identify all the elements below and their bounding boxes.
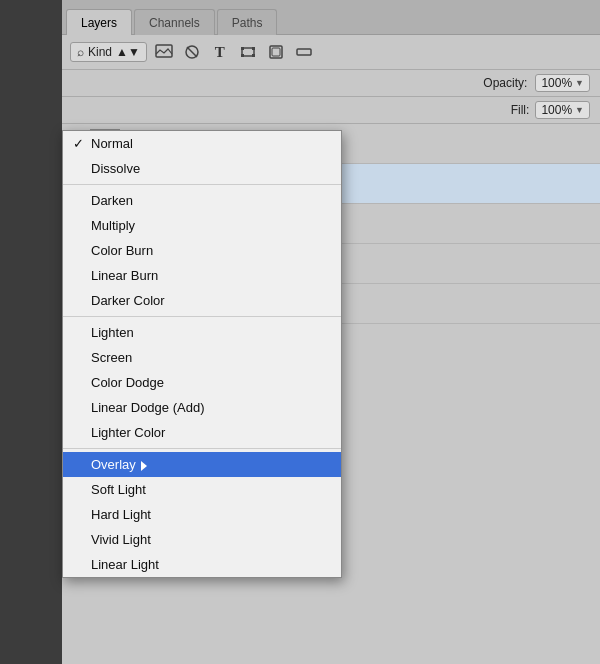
search-icon: ⌕ (77, 45, 84, 59)
fill-input[interactable]: 100% ▼ (535, 101, 590, 119)
blend-mode-hard-light[interactable]: Hard Light (63, 502, 341, 527)
tab-bar: Layers Channels Paths (62, 0, 600, 35)
blend-mode-linear-burn[interactable]: Linear Burn (63, 263, 341, 288)
blend-mode-color-burn[interactable]: Color Burn (63, 238, 341, 263)
toolbar: ⌕ Kind ▲▼ T (62, 35, 600, 70)
smart-object-icon[interactable] (265, 41, 287, 63)
tab-channels[interactable]: Channels (134, 9, 215, 35)
blend-mode-vivid-light[interactable]: Vivid Light (63, 527, 341, 552)
blend-mode-linear-dodge[interactable]: Linear Dodge (Add) (63, 395, 341, 420)
svg-rect-4 (241, 47, 244, 50)
adjustment-icon[interactable] (293, 41, 315, 63)
separator (63, 184, 341, 185)
image-filter-icon[interactable] (153, 41, 175, 63)
blend-mode-dropdown[interactable]: Normal Dissolve Darken Multiply Color Bu… (62, 130, 342, 578)
blend-mode-darker-color[interactable]: Darker Color (63, 288, 341, 313)
blend-mode-darken[interactable]: Darken (63, 188, 341, 213)
blend-mode-lighten[interactable]: Lighten (63, 320, 341, 345)
svg-rect-10 (297, 49, 311, 55)
separator (63, 316, 341, 317)
transform-icon[interactable] (237, 41, 259, 63)
fill-label: Fill: (511, 103, 530, 117)
tab-layers[interactable]: Layers (66, 9, 132, 35)
blend-mode-normal[interactable]: Normal (63, 131, 341, 156)
blend-mode-soft-light[interactable]: Soft Light (63, 477, 341, 502)
opacity-input[interactable]: 100% ▼ (535, 74, 590, 92)
fill-row: Fill: 100% ▼ (62, 97, 600, 124)
blend-mode-lighter-color[interactable]: Lighter Color (63, 420, 341, 445)
text-icon[interactable]: T (209, 41, 231, 63)
cursor-icon (141, 461, 147, 471)
tab-paths[interactable]: Paths (217, 9, 278, 35)
blend-mode-linear-light[interactable]: Linear Light (63, 552, 341, 577)
main-panel: Layers Channels Paths ⌕ Kind ▲▼ T (62, 0, 600, 664)
blend-mode-color-dodge[interactable]: Color Dodge (63, 370, 341, 395)
fill-arrow: ▼ (575, 105, 584, 115)
blend-mode-overlay[interactable]: Overlay (63, 452, 341, 477)
opacity-arrow: ▼ (575, 78, 584, 88)
opacity-row: Opacity: 100% ▼ (62, 70, 600, 97)
left-sidebar (0, 0, 62, 664)
svg-line-2 (187, 47, 197, 57)
svg-rect-5 (252, 47, 255, 50)
svg-rect-9 (272, 48, 280, 56)
separator (63, 448, 341, 449)
blend-mode-screen[interactable]: Screen (63, 345, 341, 370)
blend-mode-multiply[interactable]: Multiply (63, 213, 341, 238)
circle-no-icon[interactable] (181, 41, 203, 63)
svg-rect-7 (252, 54, 255, 57)
kind-select[interactable]: ⌕ Kind ▲▼ (70, 42, 147, 62)
kind-arrow-icon: ▲▼ (116, 45, 140, 59)
opacity-label: Opacity: (483, 76, 527, 90)
svg-rect-6 (241, 54, 244, 57)
blend-mode-dissolve[interactable]: Dissolve (63, 156, 341, 181)
